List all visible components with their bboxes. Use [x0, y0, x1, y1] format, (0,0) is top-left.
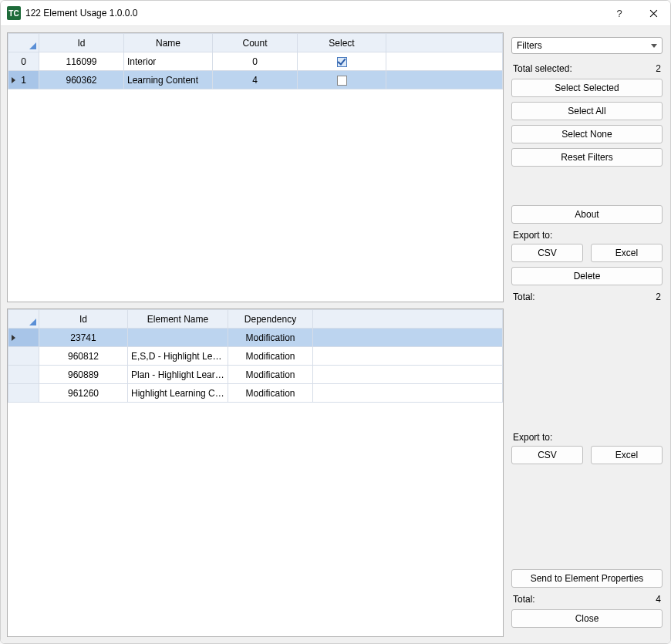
- total-value-2: 4: [656, 594, 661, 605]
- cell-element-name[interactable]: Highlight Learning Co...: [128, 384, 228, 403]
- row-indicator-icon: [12, 335, 15, 341]
- cell-filler: [386, 71, 503, 89]
- corner-cell[interactable]: [8, 310, 39, 329]
- col-id[interactable]: Id: [39, 310, 128, 329]
- cell-id[interactable]: 960362: [39, 71, 124, 89]
- cell-select[interactable]: [298, 52, 386, 71]
- table-row[interactable]: 0116099Interior0: [8, 52, 503, 71]
- cell-id[interactable]: 23741: [39, 329, 128, 347]
- delete-button[interactable]: Delete: [511, 267, 663, 285]
- total-row-2: Total: 4: [513, 594, 661, 605]
- total-value-1: 2: [656, 292, 661, 302]
- row-indicator-icon: [12, 77, 15, 83]
- close-icon: [649, 9, 658, 18]
- cell-filler: [313, 347, 503, 366]
- window-title: 122 Element Usage 1.0.0.0: [25, 8, 137, 19]
- elements-grid-header: Id Name Count Select: [8, 34, 503, 52]
- cell-filler: [313, 384, 503, 403]
- cell-id[interactable]: 961260: [39, 384, 128, 403]
- total-row-1: Total: 2: [513, 292, 661, 302]
- cell-element-name[interactable]: [128, 329, 228, 347]
- row-header[interactable]: [8, 366, 39, 384]
- cell-dependency[interactable]: Modification: [228, 366, 313, 384]
- filters-label: Filters: [517, 40, 542, 51]
- cell-element-name[interactable]: Plan - Highlight Learni...: [128, 366, 228, 384]
- cell-dependency[interactable]: Modification: [228, 347, 313, 366]
- corner-cell[interactable]: [8, 34, 39, 52]
- col-dependency[interactable]: Dependency: [228, 310, 313, 329]
- cell-select[interactable]: [298, 71, 386, 89]
- total-selected-row: Total selected: 2: [513, 63, 661, 74]
- about-button[interactable]: About: [511, 205, 663, 224]
- help-button[interactable]: ?: [602, 1, 636, 25]
- grids-area: Id Name Count Select 0116099Interior0196…: [7, 32, 504, 637]
- dependencies-grid[interactable]: Id Element Name Dependency 23741Modifica…: [7, 309, 504, 637]
- col-select[interactable]: Select: [298, 34, 386, 52]
- cell-name[interactable]: Learning Content: [124, 71, 213, 89]
- sidebar: Filters Total selected: 2 Select Selecte…: [510, 32, 664, 637]
- export-csv-button-2[interactable]: CSV: [511, 446, 583, 464]
- col-filler: [386, 34, 503, 52]
- total-selected-label: Total selected:: [513, 63, 572, 74]
- total-label-1: Total:: [513, 292, 535, 302]
- elements-grid[interactable]: Id Name Count Select 0116099Interior0196…: [7, 32, 504, 302]
- table-row[interactable]: 1960362Learning Content4: [8, 71, 503, 89]
- filters-dropdown[interactable]: Filters: [511, 37, 663, 54]
- window-body: Id Name Count Select 0116099Interior0196…: [1, 25, 670, 643]
- row-header[interactable]: [8, 384, 39, 403]
- cell-count[interactable]: 0: [213, 52, 298, 71]
- row-header[interactable]: [8, 329, 39, 347]
- select-all-button[interactable]: Select All: [511, 102, 663, 120]
- cell-id[interactable]: 960889: [39, 366, 128, 384]
- select-checkbox[interactable]: [337, 76, 347, 86]
- table-row[interactable]: 961260Highlight Learning Co...Modificati…: [8, 384, 503, 403]
- export-excel-button-2[interactable]: Excel: [591, 446, 663, 464]
- close-window-button[interactable]: [636, 1, 670, 25]
- select-none-button[interactable]: Select None: [511, 125, 663, 143]
- export-to-label-2: Export to:: [513, 432, 661, 443]
- col-count[interactable]: Count: [213, 34, 298, 52]
- col-name[interactable]: Name: [124, 34, 213, 52]
- cell-id[interactable]: 960812: [39, 347, 128, 366]
- col-id[interactable]: Id: [39, 34, 124, 52]
- table-row[interactable]: 23741Modification: [8, 329, 503, 347]
- reset-filters-button[interactable]: Reset Filters: [511, 148, 663, 167]
- send-to-element-properties-button[interactable]: Send to Element Properties: [511, 569, 663, 588]
- select-checkbox[interactable]: [337, 57, 347, 67]
- cell-element-name[interactable]: E,S,D - Highlight Lear...: [128, 347, 228, 366]
- row-header[interactable]: [8, 347, 39, 366]
- total-label-2: Total:: [513, 594, 535, 605]
- cell-dependency[interactable]: Modification: [228, 329, 313, 347]
- total-selected-value: 2: [656, 63, 661, 74]
- titlebar: TC 122 Element Usage 1.0.0.0 ?: [1, 1, 670, 25]
- export-to-label-1: Export to:: [513, 230, 661, 241]
- cell-filler: [386, 52, 503, 71]
- close-button[interactable]: Close: [511, 609, 663, 628]
- row-header[interactable]: 0: [8, 52, 39, 71]
- window: TC 122 Element Usage 1.0.0.0 ? Id: [0, 0, 671, 644]
- table-row[interactable]: 960889Plan - Highlight Learni...Modifica…: [8, 366, 503, 384]
- col-filler: [313, 310, 503, 329]
- export-csv-button-1[interactable]: CSV: [511, 244, 583, 262]
- cell-count[interactable]: 4: [213, 71, 298, 89]
- app-icon: TC: [7, 6, 21, 20]
- cell-id[interactable]: 116099: [39, 52, 124, 71]
- row-header[interactable]: 1: [8, 71, 39, 89]
- chevron-down-icon: [651, 44, 657, 48]
- cell-name[interactable]: Interior: [124, 52, 213, 71]
- col-element-name[interactable]: Element Name: [128, 310, 228, 329]
- cell-dependency[interactable]: Modification: [228, 384, 313, 403]
- cell-filler: [313, 366, 503, 384]
- select-selected-button[interactable]: Select Selected: [511, 79, 663, 97]
- dependencies-grid-header: Id Element Name Dependency: [8, 310, 503, 329]
- table-row[interactable]: 960812E,S,D - Highlight Lear...Modificat…: [8, 347, 503, 366]
- cell-filler: [313, 329, 503, 347]
- export-excel-button-1[interactable]: Excel: [591, 244, 663, 262]
